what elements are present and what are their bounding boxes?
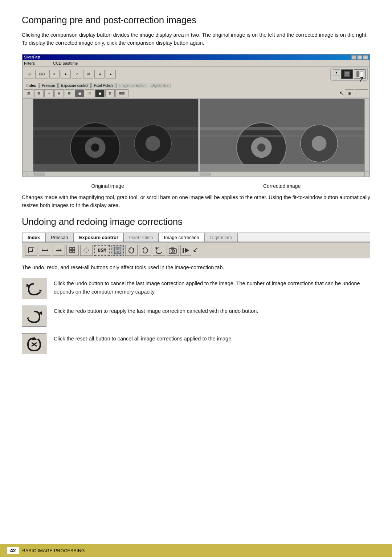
- tab-image-correction: Image correction: [159, 233, 205, 242]
- t2-btn-11: ▣: [345, 89, 354, 97]
- undo-icon-small: [140, 246, 150, 255]
- move-left-icon: [41, 247, 49, 254]
- t2-btn-7: □: [85, 89, 94, 97]
- svg-rect-24: [200, 164, 364, 171]
- label-original: Original image: [91, 183, 124, 189]
- t2-btn-4: ⊕: [54, 89, 64, 97]
- tb-btn-6: ⊞: [83, 70, 93, 78]
- svg-rect-38: [117, 251, 119, 254]
- screenshot-tab-index: Index: [24, 83, 38, 88]
- redo-icon-large: [25, 308, 43, 324]
- save-icon: [113, 246, 122, 254]
- crop-icon: [27, 246, 35, 254]
- tb-btn-1: ⊞: [24, 70, 34, 78]
- svg-rect-4: [347, 74, 349, 76]
- expand-icon: [182, 246, 190, 254]
- svg-marker-46: [185, 248, 189, 253]
- tb-btn-5: ⊿: [72, 70, 82, 78]
- svg-rect-37: [116, 247, 119, 250]
- scroll-corner-right: [364, 172, 369, 177]
- svg-marker-28: [47, 249, 48, 251]
- screenshot-image-area: [23, 99, 369, 171]
- section2-body1: The undo, redo, and reset-all buttons on…: [22, 263, 370, 271]
- menu-item-1: Filters: [24, 61, 35, 65]
- svg-point-44: [172, 250, 173, 252]
- screenshot-comparison: SilverFast _ □ × Filters CCD pasttime ⊞ …: [22, 54, 370, 177]
- svg-rect-47: [183, 248, 184, 253]
- svg-rect-32: [70, 247, 72, 250]
- minimize-btn: _: [351, 55, 356, 60]
- svg-point-19: [257, 144, 266, 152]
- scroll-left-track: [33, 172, 199, 177]
- tab-screenshot: Index Prescan Exposure control Pixel Pol…: [22, 233, 370, 258]
- t2-btn-6: ◼: [75, 89, 84, 97]
- scroll-right-track: [199, 172, 364, 177]
- tab-exposure: Exposure control: [74, 233, 123, 242]
- section1-body2: Changes made with the magnifying tool, g…: [22, 193, 370, 210]
- svg-rect-12: [33, 135, 198, 137]
- tabs-row: Index Prescan Exposure control Pixel Pol…: [22, 233, 370, 242]
- original-image-svg: [33, 99, 198, 171]
- t2-btn-9: ⊟: [105, 89, 115, 97]
- split-icon: [356, 71, 363, 77]
- redo-icon-small: [127, 246, 136, 255]
- page-footer: 42 Basic Image Processing: [0, 544, 392, 557]
- film-icon: [343, 70, 351, 78]
- original-image-pane: [33, 99, 198, 171]
- t2-btn-12: [355, 89, 368, 97]
- screenshot-left-panel: [23, 99, 33, 171]
- svg-point-23: [312, 136, 327, 151]
- svg-marker-30: [60, 249, 62, 251]
- tb-btn-7: ◂: [94, 70, 105, 78]
- titlebar-buttons: _ □ ×: [351, 55, 368, 60]
- screenshot-tab-prescan: Prescan: [39, 83, 58, 88]
- screenshot-toolbar2: ⊡ ⊟ ≡ ⊕ ⊞ ◼ □ ◼ ⊟ ⊞⊟ ↖ ▣: [23, 88, 369, 99]
- screenshot-tabs-row: Index Prescan Exposure control Pixel Pol…: [23, 82, 369, 88]
- reset-icon-small: [154, 246, 164, 255]
- page-content: Comparing pre and post-correction images…: [0, 0, 392, 354]
- svg-rect-21: [200, 135, 364, 137]
- svg-rect-33: [73, 247, 75, 250]
- svg-rect-15: [33, 164, 198, 171]
- screenshot-title: SilverFast: [24, 55, 40, 59]
- comparison-highlight-box: ▼: [330, 68, 368, 81]
- undo-icon-box: [22, 278, 46, 299]
- screenshot-main-images: [33, 99, 364, 171]
- t2-btn-1: ⊡: [24, 89, 33, 97]
- save-icon-btn: [111, 245, 124, 256]
- maximize-btn: □: [357, 55, 362, 60]
- tab-pixel: Pixel Polish: [123, 233, 159, 242]
- scroll-corner: ⊡: [23, 172, 33, 177]
- svg-marker-26: [42, 249, 43, 251]
- comparison-buttons-area: ▼ ↗: [330, 68, 368, 81]
- screenshot-tab-image: Image correction: [116, 83, 148, 88]
- reset-info-text: Click the reset-all button to cancel all…: [54, 333, 370, 343]
- camera-icon: [168, 246, 177, 255]
- undo-icon-btn: [139, 245, 151, 256]
- reset-icon-large: [25, 335, 43, 352]
- svg-marker-40: [142, 248, 145, 249]
- reset-icon-btn: [153, 245, 165, 256]
- tb-btn-8: ▸: [106, 70, 116, 78]
- svg-rect-1: [345, 72, 347, 74]
- redo-icon-btn: [125, 245, 138, 256]
- svg-marker-39: [132, 248, 135, 249]
- crop-icon-btn: [25, 245, 37, 256]
- screenshot-tab-pixel: Pixel Polish: [91, 83, 115, 88]
- move-icon-btn: [80, 245, 93, 256]
- close-btn: ×: [363, 55, 368, 60]
- footer-title-text: Basic Image Processing: [23, 548, 85, 553]
- t2-btn-3: ≡: [44, 89, 54, 97]
- undo-info-text: Click the undo button to cancel the last…: [54, 278, 370, 296]
- view-toggle-btn: ▼: [333, 69, 340, 76]
- svg-rect-35: [73, 250, 75, 253]
- label-corrected: Corrected image: [263, 183, 301, 189]
- info-row-undo: Click the undo button to cancel the last…: [22, 278, 370, 299]
- move-icon: [82, 246, 90, 254]
- svg-rect-3: [345, 74, 347, 76]
- scroll-right-thumb: [200, 173, 211, 175]
- svg-rect-2: [347, 72, 349, 74]
- film-icon-btn: [341, 69, 353, 79]
- redo-icon-box: [22, 306, 46, 327]
- redo-info-text: Click the redo button to reapply the las…: [54, 306, 370, 315]
